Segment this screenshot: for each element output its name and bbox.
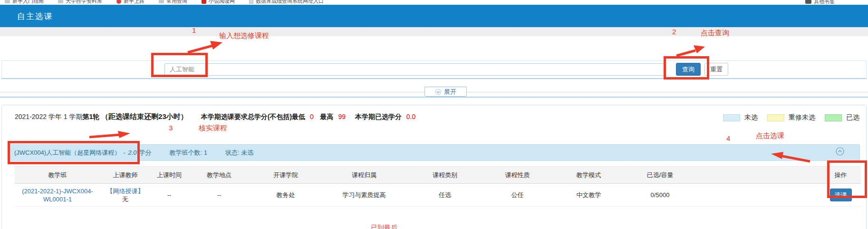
app-header: 自主选课: [0, 5, 868, 27]
cell-belong: 学习与素质提高: [321, 184, 407, 207]
selected-credits: 0.0: [406, 113, 415, 120]
bookmark-item[interactable]: 小说阅读网: [202, 0, 235, 5]
col-header-place: 教学地点: [188, 167, 250, 184]
col-header-spacer: [694, 167, 820, 184]
toolbar-strip: [0, 27, 868, 36]
max-credits: 99: [338, 113, 346, 120]
semester-info: 2021-2022 学年 1 学期第1轮 （距选课结束还剩23小时） 本学期选课…: [15, 112, 415, 121]
course-results-panel: 2021-2022 学年 1 学期第1轮 （距选课结束还剩23小时） 本学期选课…: [1, 105, 867, 229]
selected-credits-label: 本学期已选学分: [355, 113, 402, 120]
teaching-class-table: 教学班 上课教师 上课时间 教学地点 开课学院 课程归属 课程类别 课程性质 教…: [15, 166, 861, 207]
legend-item-selected: 已选: [825, 113, 859, 122]
chevron-up-circle-icon[interactable]: [836, 147, 844, 156]
bookmark-label: 小说阅读网: [209, 0, 235, 5]
page-title: 自主选课: [17, 11, 53, 22]
other-bookmarks[interactable]: 其他书签: [805, 0, 835, 5]
requirement-label: 本学期选课要求总学分(不包括)最低: [201, 113, 305, 120]
step-label-1: 输入想选修课程: [219, 31, 269, 40]
bookmark-label: 数据库成绩查询系统网址入口: [256, 0, 324, 5]
cell-category: 任选: [407, 184, 483, 207]
col-header-category: 课程类别: [407, 167, 483, 184]
step-label-3: 核实课程: [199, 124, 227, 133]
folder-icon: [58, 0, 63, 3]
course-search-input[interactable]: [164, 63, 665, 76]
step-label-2: 点击查询: [701, 29, 729, 38]
bookmark-item[interactable]: 新手入门指南: [5, 0, 44, 5]
col-header-action: 操作: [820, 167, 861, 184]
teacher-tag: 【网络授课】: [100, 187, 150, 195]
cell-nature: 公任: [483, 184, 552, 207]
col-header-nature: 课程性质: [483, 167, 552, 184]
bookmark-label: 大学自学资料库: [66, 0, 102, 5]
course-credits: 2.0: [128, 149, 137, 156]
cell-mode: 中文教学: [552, 184, 626, 207]
expand-label: 展开: [444, 88, 456, 96]
course-title: (JWCX004)人工智能（超星网络课程）: [14, 149, 120, 157]
col-header-capacity: 已选/容量: [626, 167, 694, 184]
col-header-belong: 课程归属: [321, 167, 407, 184]
course-class-count: 教学班个数: 1: [170, 149, 207, 157]
bookmark-item[interactable]: 常用查询: [159, 0, 187, 5]
col-header-teacher: 上课教师: [100, 167, 150, 184]
col-header-college: 开课学院: [250, 167, 321, 184]
bookmark-label: 常用查询: [166, 0, 187, 5]
cell-time: --: [150, 184, 188, 207]
arrow-icon: [186, 40, 223, 54]
legend-label: 已选: [846, 113, 859, 122]
red-app-icon: [202, 0, 206, 4]
cell-place: --: [188, 184, 250, 207]
table-header-row: 教学班 上课教师 上课时间 教学地点 开课学院 课程归属 课程类别 课程性质 教…: [15, 167, 861, 184]
bookmark-item[interactable]: 新手上路: [116, 0, 145, 5]
other-bookmarks-label: 其他书签: [814, 0, 835, 5]
bookmark-label: 新手上路: [124, 0, 145, 5]
legend-swatch: [767, 114, 784, 121]
teacher-name: 无: [122, 196, 128, 203]
legend-label: 重修未选: [789, 113, 815, 122]
browser-bookmarks-bar: 新手入门指南 大学自学资料库 新手上路 常用查询 小说阅读网 数据库成绩查询系统…: [0, 0, 868, 5]
arrow-icon: [88, 131, 131, 139]
folder-icon: [5, 0, 10, 3]
col-header-time: 上课时间: [150, 167, 188, 184]
col-header-mode: 教学模式: [552, 167, 626, 184]
legend-swatch: [825, 114, 842, 121]
max-label: 最高: [320, 113, 334, 120]
table-row: (2021-2022-1)-JWCX004-WL0001-1 【网络授课】 无 …: [15, 184, 861, 207]
chevron-down-circle-icon: [435, 89, 442, 95]
divider: [0, 97, 868, 98]
col-header-class: 教学班: [15, 167, 100, 184]
bookmark-item[interactable]: 数据库成绩查询系统网址入口: [249, 0, 324, 5]
footer-note: 已到最后: [371, 224, 397, 229]
cell-college: 教务处: [250, 184, 321, 207]
reset-button[interactable]: 重置: [704, 63, 728, 76]
step-number-1: 1: [192, 26, 196, 34]
cell-capacity: 0/5000: [626, 184, 694, 207]
term-label: 2021-2022 学年 1 学期: [15, 113, 82, 120]
select-course-button[interactable]: 选课: [830, 189, 852, 201]
step-number-2: 2: [672, 28, 676, 36]
legend-label: 未选: [744, 113, 758, 122]
bookmark-label: 新手入门指南: [12, 0, 44, 5]
device-icon: [805, 0, 811, 4]
course-status: 状态: 未选: [225, 149, 253, 157]
course-title-dash: -: [123, 149, 125, 156]
course-header-bar[interactable]: (JWCX004)人工智能（超星网络课程） - 2.0 学分 教学班个数: 1 …: [9, 144, 860, 161]
legend-item-retake: 重修未选: [767, 113, 815, 122]
step-label-4: 点击选课: [756, 131, 784, 140]
step-number-3: 3: [169, 124, 173, 132]
cell-spacer: [694, 184, 820, 207]
bookmark-item[interactable]: 大学自学资料库: [58, 0, 102, 5]
round-label: 第1轮: [82, 113, 99, 120]
legend-swatch: [723, 114, 740, 121]
arrow-icon: [770, 151, 812, 163]
course-credits-suffix: 学分: [139, 149, 152, 157]
page-icon: [249, 0, 253, 4]
query-button[interactable]: 查询: [676, 63, 701, 76]
folder-icon: [159, 0, 164, 3]
course-selection-page: 新手入门指南 大学自学资料库 新手上路 常用查询 小说阅读网 数据库成绩查询系统…: [0, 0, 868, 229]
legend-item-unselected: 未选: [723, 113, 758, 122]
step-number-4: 4: [726, 134, 730, 142]
status-legend: 未选 重修未选 已选: [723, 113, 859, 122]
class-code-link[interactable]: (2021-2022-1)-JWCX004-WL0001-1: [22, 188, 93, 203]
expand-toggle[interactable]: 展开: [424, 87, 467, 97]
min-credits: 0: [310, 113, 314, 120]
